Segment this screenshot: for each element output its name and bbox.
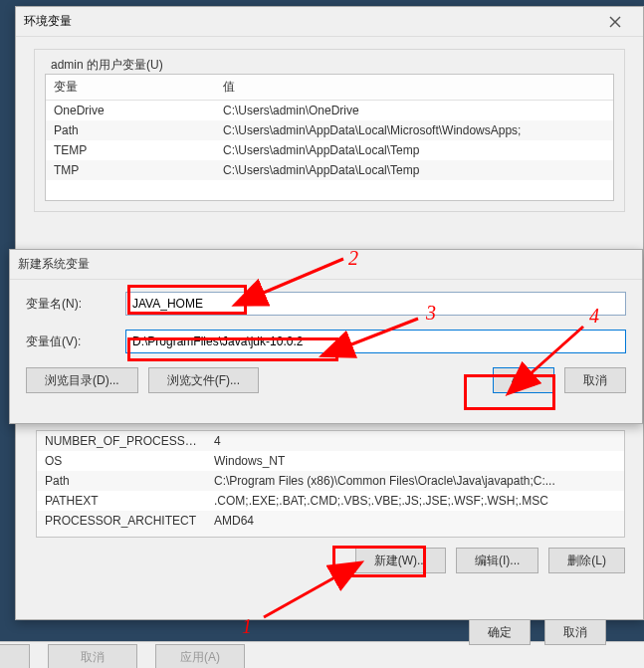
th-var[interactable]: 变量 (46, 75, 215, 100)
table-row[interactable]: TEMP C:\Users\admin\AppData\Local\Temp (46, 140, 613, 160)
cell-var: TEMP (46, 140, 215, 160)
empty-space (46, 180, 613, 200)
edit-button[interactable]: 编辑(I)... (456, 548, 538, 573)
cell-var: Path (46, 120, 215, 140)
cell-val: C:\Program Files (x86)\Common Files\Orac… (206, 471, 624, 491)
cell-val: C:\Users\admin\AppData\Local\Temp (215, 140, 613, 160)
th-val[interactable]: 值 (215, 75, 613, 100)
cell-var: NUMBER_OF_PROCESSORS (37, 431, 206, 451)
close-icon[interactable] (595, 8, 635, 36)
cell-val: 4 (206, 431, 624, 451)
titlebar: 环境变量 (16, 7, 643, 37)
delete-button[interactable]: 删除(L) (548, 548, 625, 573)
new-button[interactable]: 新建(W)... (355, 548, 446, 573)
user-vars-table: 变量 值 OneDrive C:\Users\admin\OneDrive Pa… (45, 74, 614, 201)
browse-file-button[interactable]: 浏览文件(F)... (148, 367, 259, 393)
table-row[interactable]: PATHEXT .COM;.EXE;.BAT;.CMD;.VBS;.VBE;.J… (37, 491, 624, 511)
system-vars-table: NUMBER_OF_PROCESSORS 4 OS Windows_NT Pat… (36, 430, 625, 538)
cell-val: C:\Users\admin\AppData\Local\Temp (215, 160, 613, 180)
cell-var: PATHEXT (37, 491, 206, 511)
varname-input[interactable] (125, 292, 626, 316)
cancel-button[interactable]: 取消 (564, 367, 626, 393)
bg-cancel-button: 取消 (48, 644, 137, 668)
user-vars-group: admin 的用户变量(U) 变量 值 OneDrive C:\Users\ad… (34, 49, 625, 212)
table-row[interactable]: Path C:\Program Files (x86)\Common Files… (37, 471, 624, 491)
cell-var: OneDrive (46, 101, 215, 120)
cell-var: TMP (46, 160, 215, 180)
table-row[interactable]: Path C:\Users\admin\AppData\Local\Micros… (46, 120, 613, 140)
cell-val: Windows_NT (206, 451, 624, 471)
cell-val: C:\Users\admin\OneDrive (215, 101, 613, 120)
table-row[interactable]: NUMBER_OF_PROCESSORS 4 (37, 431, 624, 451)
new-sysvar-dialog: 新建系统变量 变量名(N): 变量值(V): 浏览目录(D)... 浏览文件(F… (9, 249, 643, 424)
cancel-button[interactable]: 取消 (544, 619, 606, 645)
bg-apply-button: 应用(A) (155, 644, 245, 668)
browse-dir-button[interactable]: 浏览目录(D)... (26, 367, 138, 393)
bg-ok-button: 定 (0, 644, 30, 668)
user-vars-group-title: admin 的用户变量(U) (47, 57, 167, 74)
newvar-title: 新建系统变量 (10, 250, 642, 280)
table-row[interactable]: TMP C:\Users\admin\AppData\Local\Temp (46, 160, 613, 180)
varname-label: 变量名(N): (26, 296, 125, 313)
cell-val: AMD64 (206, 511, 624, 531)
table-row[interactable]: PROCESSOR_ARCHITECT AMD64 (37, 511, 624, 531)
cell-var: Path (37, 471, 206, 491)
table-row[interactable]: OneDrive C:\Users\admin\OneDrive (46, 101, 613, 120)
dialog-bottom-buttons: 确定 取消 (469, 619, 616, 645)
ok-button[interactable]: 确定 (493, 367, 554, 393)
cell-val: C:\Users\admin\AppData\Local\Microsoft\W… (215, 120, 613, 140)
dialog-title: 环境变量 (24, 13, 72, 30)
varvalue-label: 变量值(V): (26, 334, 125, 350)
empty-space (37, 531, 624, 537)
table-header: 变量 值 (46, 75, 613, 101)
system-vars-buttons: 新建(W)... 编辑(I)... 删除(L) (36, 548, 625, 573)
cell-var: OS (37, 451, 206, 471)
background-window-buttons: 定 取消 应用(A) (0, 641, 644, 668)
ok-button[interactable]: 确定 (469, 619, 531, 645)
system-vars-area: NUMBER_OF_PROCESSORS 4 OS Windows_NT Pat… (36, 430, 625, 573)
cell-var: PROCESSOR_ARCHITECT (37, 511, 206, 531)
cell-val: .COM;.EXE;.BAT;.CMD;.VBS;.VBE;.JS;.JSE;.… (206, 491, 624, 511)
varvalue-input[interactable] (125, 330, 626, 353)
table-row[interactable]: OS Windows_NT (37, 451, 624, 471)
